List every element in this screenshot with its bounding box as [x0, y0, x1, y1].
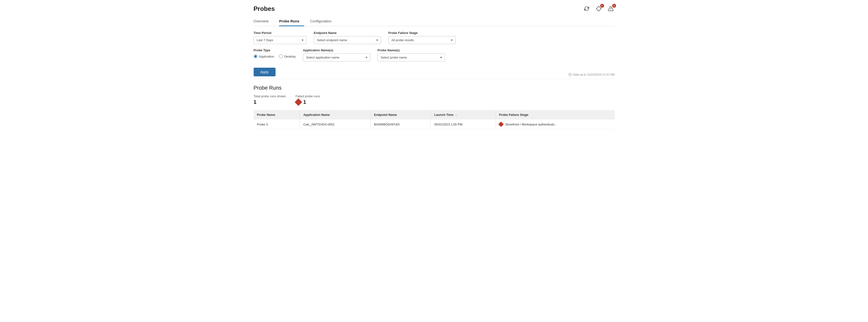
row-failure-text: Storefront / Workspace authenticati...	[505, 123, 557, 126]
total-probe-runs-stat: Total probe runs shown 1	[254, 94, 286, 105]
clock-icon	[568, 73, 572, 76]
header-icons: 1 1	[583, 5, 615, 12]
application-names-group: Application Name(s) Select application n…	[303, 49, 370, 61]
cell-probe-failure-stage: Storefront / Workspace authenticati...	[495, 119, 614, 129]
tab-configuration[interactable]: Configuration	[310, 17, 336, 26]
tab-probe-runs[interactable]: Probe Runs	[279, 17, 304, 26]
page-header: Probes 1	[254, 5, 615, 12]
warnings-button[interactable]: 1	[607, 5, 615, 12]
application-names-select-wrapper: Select application name ▼	[303, 54, 370, 61]
application-names-label: Application Name(s)	[303, 49, 370, 52]
col-probe-failure-stage: Probe Failure Stage	[495, 110, 614, 119]
probe-type-application-label: Application	[259, 55, 274, 58]
probe-failure-stage-select[interactable]: All probe results Storefront / Workspace…	[389, 36, 456, 44]
total-probe-runs-value: 1	[254, 99, 286, 105]
failed-probe-runs-stat: Failed probe runs 1	[296, 94, 320, 105]
cell-endpoint-name: BANWBODAPUDI	[370, 119, 431, 129]
probe-runs-section-title: Probe Runs	[254, 85, 615, 91]
probe-names-group: Probe Name(s) Select probe name ▼	[378, 49, 445, 61]
row-fail-icon	[498, 122, 504, 127]
stats-row: Total probe runs shown 1 Failed probe ru…	[254, 94, 615, 105]
probe-failure-stage-label: Probe Failure Stage	[389, 31, 456, 35]
total-probe-runs-label: Total probe runs shown	[254, 94, 286, 98]
col-launch-time[interactable]: Launch Time ↓	[431, 110, 495, 119]
probe-failure-stage-select-wrapper: All probe results Storefront / Workspace…	[389, 36, 456, 44]
probe-type-application-option[interactable]: Application	[254, 54, 274, 58]
cell-probe-name: Probe 3	[254, 119, 300, 129]
warnings-badge: 1	[612, 4, 616, 8]
endpoint-name-select-wrapper: Select endpoint name ▼	[314, 36, 381, 44]
page-title: Probes	[254, 5, 275, 12]
tabs-bar: Overview Probe Runs Configuration	[254, 17, 615, 26]
tab-overview[interactable]: Overview	[254, 17, 274, 26]
time-period-select-wrapper: Last 1 Day Last 7 Days Last 30 Days Last…	[254, 36, 307, 44]
probe-names-label: Probe Name(s)	[378, 49, 445, 52]
probe-type-desktop-label: Desktop	[284, 55, 296, 58]
refresh-button[interactable]	[583, 5, 591, 12]
endpoint-name-label: Endpoint Name	[314, 31, 381, 35]
probe-type-desktop-option[interactable]: Desktop	[279, 54, 296, 58]
failed-probe-runs-value: 1	[296, 99, 320, 105]
probe-names-select[interactable]: Select probe name	[378, 54, 445, 61]
probe-names-select-wrapper: Select probe name ▼	[378, 54, 445, 61]
apply-button[interactable]: Apply	[254, 68, 276, 76]
col-probe-name: Probe Name	[254, 110, 300, 119]
probe-type-label: Probe Type	[254, 49, 296, 52]
probe-type-radio-group: Application Desktop	[254, 54, 296, 58]
refresh-icon	[584, 6, 590, 11]
time-period-group: Time Period Last 1 Day Last 7 Days Last …	[254, 31, 307, 44]
table-body: Probe 3 Calc_AWTSVDA-0001 BANWBODAPUDI 0…	[254, 119, 615, 129]
cell-application-name: Calc_AWTSVDA-0001	[300, 119, 371, 129]
probe-runs-table: Probe Name Application Name Endpoint Nam…	[254, 110, 615, 129]
launch-time-sort-icon: ↓	[455, 113, 457, 117]
probe-failure-stage-group: Probe Failure Stage All probe results St…	[389, 31, 456, 44]
probe-type-group: Probe Type Application Desktop	[254, 49, 296, 58]
time-period-label: Time Period	[254, 31, 307, 35]
endpoint-name-group: Endpoint Name Select endpoint name ▼	[314, 31, 381, 44]
table-row: Probe 3 Calc_AWTSVDA-0001 BANWBODAPUDI 0…	[254, 119, 615, 129]
failed-probe-runs-label: Failed probe runs	[296, 94, 320, 98]
endpoint-name-select[interactable]: Select endpoint name	[314, 36, 381, 44]
data-timestamp: Data up to 12/22/2023 11:57 AM	[568, 73, 615, 76]
table-header: Probe Name Application Name Endpoint Nam…	[254, 110, 615, 119]
col-application-name: Application Name	[300, 110, 371, 119]
filter-area: Time Period Last 1 Day Last 7 Days Last …	[254, 26, 615, 79]
failed-probe-diamond-icon	[296, 99, 301, 105]
application-names-select[interactable]: Select application name	[303, 54, 370, 61]
probe-type-application-radio[interactable]	[254, 54, 257, 58]
alerts-button[interactable]: 1	[595, 5, 602, 12]
filter-row-2: Probe Type Application Desktop Applicati…	[254, 49, 615, 61]
probe-type-desktop-radio[interactable]	[279, 54, 283, 58]
alerts-badge: 1	[600, 4, 604, 8]
cell-launch-time: 05/01/2023 1:00 PM	[431, 119, 495, 129]
col-endpoint-name: Endpoint Name	[370, 110, 431, 119]
filter-bottom-row: Apply Data up to 12/22/2023 11:57 AM	[254, 66, 615, 76]
time-period-select[interactable]: Last 1 Day Last 7 Days Last 30 Days Last…	[254, 36, 307, 44]
probe-runs-section: Probe Runs Total probe runs shown 1 Fail…	[254, 85, 615, 129]
svg-point-1	[611, 10, 611, 10]
filter-row-1: Time Period Last 1 Day Last 7 Days Last …	[254, 31, 615, 44]
